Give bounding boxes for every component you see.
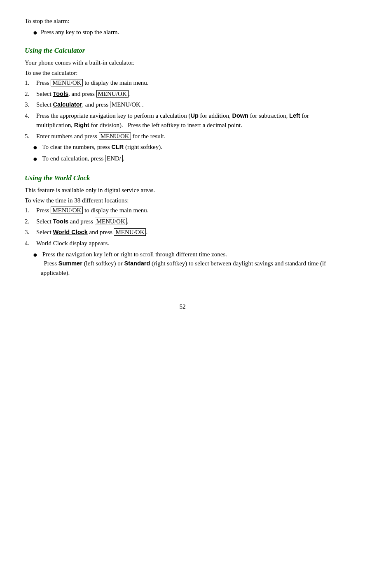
step-content-1: Press MENU/OK to display the main menu. xyxy=(36,78,340,88)
calculator-intro1: Your phone comes with a built-in calcula… xyxy=(25,58,340,67)
bullet-icon-nav: ● xyxy=(33,250,37,260)
step-content-5: Enter numbers and press MENU/OK for the … xyxy=(36,132,340,141)
menuok-box-4: MENU/OK xyxy=(99,132,131,140)
bullet-icon-clr: ● xyxy=(33,142,37,153)
worldclock-heading: Using the World Clock xyxy=(25,173,340,184)
page-number: 52 xyxy=(25,302,340,311)
step-num-2: 2. xyxy=(25,89,36,99)
step-content-3: Select Calculator, and press MENU/OK. xyxy=(36,100,340,109)
wc-step-content-3: Select World Clock and press MENU/OK. xyxy=(36,228,340,237)
right-label: Right xyxy=(74,122,89,128)
calc-bullet-clr-text: To clear the numbers, press CLR (right s… xyxy=(41,142,162,152)
standard-label: Standard xyxy=(124,260,150,267)
worldclock-intro1: This feature is available only in digita… xyxy=(25,186,340,195)
stop-alarm-intro: To stop the alarm: xyxy=(25,16,340,26)
wc-step-content-4: World Clock display appears. xyxy=(36,239,340,248)
calculator-step-3: 3. Select Calculator, and press MENU/OK. xyxy=(25,100,340,109)
step-content-4: Press the appropriate navigation key to … xyxy=(36,111,340,130)
wc-step-1: 1. Press MENU/OK to display the main men… xyxy=(25,206,340,215)
worldclock-section: Using the World Clock This feature is av… xyxy=(25,173,340,278)
wc-step-num-3: 3. xyxy=(25,228,36,237)
wc-step-2: 2. Select Tools and press MENU/OK. xyxy=(25,217,340,226)
calc-bullet-clr: ● To clear the numbers, press CLR (right… xyxy=(33,142,340,153)
wc-step-num-1: 1. xyxy=(25,206,36,215)
wc-bullet-nav: ● Press the navigation key left or right… xyxy=(33,250,340,278)
calculator-label: Calculator xyxy=(53,101,82,108)
wc-menuok-box-3: MENU/OK xyxy=(114,228,146,236)
bullet-icon: ● xyxy=(33,28,37,38)
worldclock-label: World Clock xyxy=(53,229,87,235)
end-box: END/ xyxy=(105,155,123,162)
calc-bullet-end: ● To end calculation, press END/. xyxy=(33,154,340,164)
step-num-1: 1. xyxy=(25,78,36,88)
worldclock-intro2: To view the time in 38 different locatio… xyxy=(25,196,340,205)
step-num-5: 5. xyxy=(25,132,36,141)
menuok-box-1: MENU/OK xyxy=(51,79,83,86)
down-label: Down xyxy=(232,112,248,119)
calculator-step-2: 2. Select Tools, and press MENU/OK. xyxy=(25,89,340,99)
wc-tools-label: Tools xyxy=(53,218,68,225)
wc-step-content-1: Press MENU/OK to display the main menu. xyxy=(36,206,340,215)
wc-step-num-4: 4. xyxy=(25,239,36,248)
calculator-heading: Using the Calculator xyxy=(25,45,340,56)
calculator-section: Using the Calculator Your phone comes wi… xyxy=(25,45,340,165)
menuok-box-3: MENU/OK xyxy=(110,101,142,108)
bullet-icon-end: ● xyxy=(33,154,37,164)
summer-label: Summer xyxy=(58,260,82,267)
calculator-step-1: 1. Press MENU/OK to display the main men… xyxy=(25,78,340,88)
step-num-4: 4. xyxy=(25,111,36,121)
left-label: Left xyxy=(289,112,300,119)
wc-bullet-nav-text: Press the navigation key left or right t… xyxy=(41,250,340,278)
menuok-box-2: MENU/OK xyxy=(96,90,129,98)
tools-label-1: Tools xyxy=(53,91,68,97)
stop-alarm-bullet: ● Press any key to stop the alarm. xyxy=(33,28,340,38)
calc-bullet-end-text: To end calculation, press END/. xyxy=(41,154,124,163)
wc-step-content-2: Select Tools and press MENU/OK. xyxy=(36,217,340,226)
up-label: Up xyxy=(190,112,198,119)
clr-label: CLR xyxy=(111,144,124,150)
calculator-step-4: 4. Press the appropriate navigation key … xyxy=(25,111,340,130)
wc-step-4: 4. World Clock display appears. xyxy=(25,239,340,248)
wc-step-3: 3. Select World Clock and press MENU/OK. xyxy=(25,228,340,237)
calculator-intro2: To use the calculator: xyxy=(25,68,340,78)
stop-alarm-bullet-text: Press any key to stop the alarm. xyxy=(41,28,119,37)
stop-alarm-section: To stop the alarm: ● Press any key to st… xyxy=(25,16,340,38)
step-content-2: Select Tools, and press MENU/OK. xyxy=(36,89,340,99)
calculator-step-5: 5. Enter numbers and press MENU/OK for t… xyxy=(25,132,340,141)
wc-step-num-2: 2. xyxy=(25,217,36,226)
wc-menuok-box-2: MENU/OK xyxy=(95,218,127,225)
wc-menuok-box-1: MENU/OK xyxy=(51,207,83,214)
step-num-3: 3. xyxy=(25,100,36,109)
